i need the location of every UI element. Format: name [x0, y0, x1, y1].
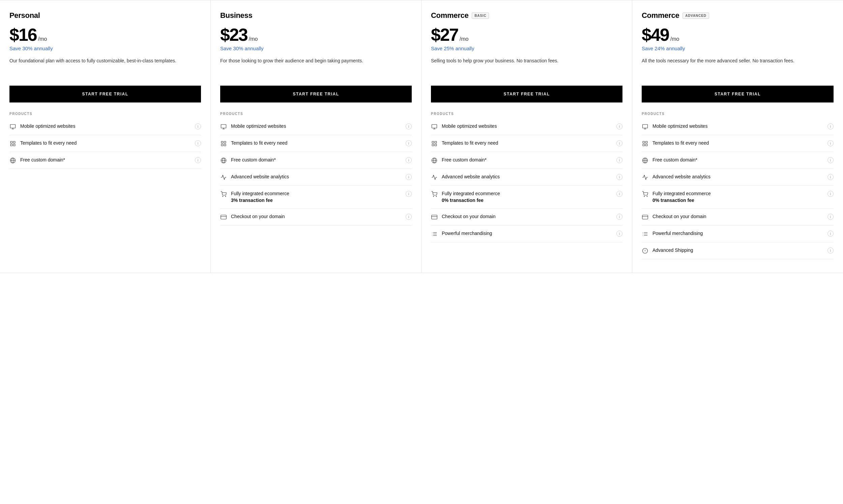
plan-header: CommerceBASIC — [431, 11, 623, 20]
svg-rect-30 — [435, 144, 437, 146]
feature-item: Free custom domain*i — [642, 152, 833, 169]
info-icon[interactable]: i — [827, 123, 833, 129]
feature-left: Free custom domain* — [642, 157, 827, 164]
features-list: Mobile optimized websitesi Templates to … — [431, 118, 623, 242]
info-icon[interactable]: i — [195, 123, 201, 129]
info-icon[interactable]: i — [827, 231, 833, 237]
grid-icon — [642, 140, 648, 147]
grid-icon — [10, 140, 16, 147]
info-icon[interactable]: i — [616, 157, 623, 163]
feature-left: Free custom domain* — [10, 157, 195, 164]
feature-item: Advanced Shippingi — [642, 242, 833, 259]
section-label: PRODUCTS — [642, 112, 833, 115]
monitor-icon — [642, 123, 648, 130]
feature-text: Fully integrated ecommerce0% transaction… — [442, 191, 500, 204]
info-icon[interactable]: i — [616, 140, 623, 146]
svg-point-35 — [436, 196, 437, 197]
svg-rect-6 — [14, 144, 15, 146]
plan-name: Business — [220, 11, 252, 20]
info-icon[interactable]: i — [406, 191, 412, 197]
info-icon[interactable]: i — [827, 140, 833, 146]
section-label: PRODUCTS — [220, 112, 412, 115]
feature-left: Mobile optimized websites — [220, 123, 406, 130]
plan-col-business: Business$23/moSave 30% annuallyFor those… — [211, 0, 422, 273]
card-icon — [220, 214, 227, 220]
info-icon[interactable]: i — [406, 123, 412, 129]
start-free-trial-button[interactable]: START FREE TRIAL — [10, 86, 201, 103]
price-per: /mo — [249, 36, 258, 42]
cart-icon — [220, 191, 227, 198]
feature-item: Advanced website analyticsi — [642, 169, 833, 186]
monitor-icon — [431, 123, 438, 130]
feature-left: Checkout on your domain — [642, 213, 827, 220]
feature-left: Free custom domain* — [220, 157, 406, 164]
svg-rect-28 — [435, 141, 437, 143]
price-per: /mo — [670, 36, 679, 42]
shipping-icon — [642, 248, 648, 254]
svg-rect-0 — [11, 124, 16, 128]
plan-header: Business — [220, 11, 412, 20]
feature-text: Checkout on your domain — [652, 213, 706, 220]
info-icon[interactable]: i — [616, 231, 623, 237]
feature-left: Fully integrated ecommerce3% transaction… — [220, 191, 406, 204]
feature-item: Templates to fit every needi — [10, 135, 201, 152]
info-icon[interactable]: i — [406, 140, 412, 146]
info-icon[interactable]: i — [616, 214, 623, 220]
feature-item: Free custom domain*i — [10, 152, 201, 169]
feature-item: Fully integrated ecommerce0% transaction… — [431, 186, 623, 209]
info-icon[interactable]: i — [616, 191, 623, 197]
feature-left: Powerful merchandising — [431, 230, 616, 237]
feature-left: Mobile optimized websites — [431, 123, 616, 130]
feature-item: Mobile optimized websitesi — [642, 118, 833, 135]
info-icon[interactable]: i — [827, 174, 833, 180]
feature-item: Mobile optimized websitesi — [10, 118, 201, 135]
info-icon[interactable]: i — [195, 140, 201, 146]
plan-col-personal: Personal$16/moSave 30% annuallyOur found… — [0, 0, 211, 273]
feature-text: Fully integrated ecommerce3% transaction… — [231, 191, 289, 204]
info-icon[interactable]: i — [827, 248, 833, 253]
feature-item: Fully integrated ecommerce0% transaction… — [642, 186, 833, 209]
info-icon[interactable]: i — [827, 191, 833, 197]
feature-text: Advanced website analytics — [442, 174, 500, 180]
plan-badge: ADVANCED — [682, 13, 709, 19]
svg-rect-5 — [11, 144, 12, 146]
feature-text: Checkout on your domain — [442, 213, 496, 220]
svg-rect-10 — [221, 124, 226, 128]
start-free-trial-button[interactable]: START FREE TRIAL — [220, 86, 412, 103]
info-icon[interactable]: i — [827, 157, 833, 163]
svg-rect-50 — [646, 144, 647, 146]
plan-description: Selling tools to help grow your business… — [431, 57, 623, 77]
feature-item: Templates to fit every needi — [642, 135, 833, 152]
info-icon[interactable]: i — [406, 157, 412, 163]
info-icon[interactable]: i — [406, 214, 412, 220]
price-per: /mo — [460, 36, 469, 42]
feature-text: Advanced Shipping — [652, 247, 693, 254]
merch-icon — [431, 231, 438, 237]
info-icon[interactable]: i — [616, 174, 623, 180]
feature-text: Mobile optimized websites — [442, 123, 497, 130]
plan-name: Personal — [10, 11, 40, 20]
svg-rect-24 — [432, 124, 437, 128]
price-row: $23/mo — [220, 26, 412, 43]
analytics-icon — [220, 174, 227, 181]
svg-rect-16 — [224, 144, 226, 146]
info-icon[interactable]: i — [616, 123, 623, 129]
feature-text: Mobile optimized websites — [231, 123, 286, 130]
info-icon[interactable]: i — [406, 174, 412, 180]
plan-header: CommerceADVANCED — [642, 11, 833, 20]
info-icon[interactable]: i — [195, 157, 201, 163]
section-label: PRODUCTS — [431, 112, 623, 115]
feature-left: Templates to fit every need — [10, 140, 195, 147]
feature-left: Advanced website analytics — [220, 174, 406, 181]
plan-col-commerce-advanced: CommerceADVANCED$49/moSave 24% annuallyA… — [632, 0, 843, 273]
info-icon[interactable]: i — [827, 214, 833, 220]
plan-name: Commerce — [642, 11, 679, 20]
globe-icon — [642, 157, 648, 164]
svg-rect-15 — [221, 144, 223, 146]
globe-icon — [220, 157, 227, 164]
feature-text: Templates to fit every need — [442, 140, 498, 147]
start-free-trial-button[interactable]: START FREE TRIAL — [431, 86, 623, 103]
feature-text: Advanced website analytics — [231, 174, 289, 180]
start-free-trial-button[interactable]: START FREE TRIAL — [642, 86, 833, 103]
feature-item: Templates to fit every needi — [431, 135, 623, 152]
